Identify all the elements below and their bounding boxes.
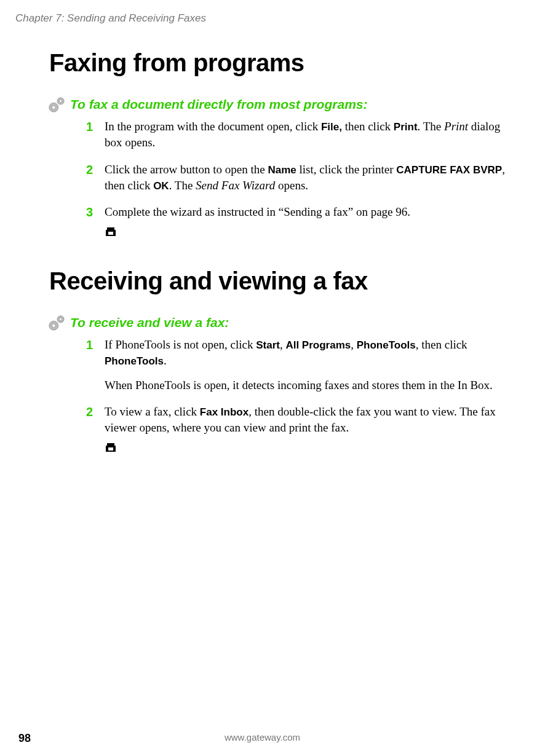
step-number: 2	[86, 404, 93, 420]
end-of-task-icon	[105, 442, 506, 459]
text: Click the arrow button to open the	[105, 163, 268, 176]
text: ,	[280, 338, 286, 351]
step-number: 1	[86, 119, 93, 135]
running-header: Chapter 7: Sending and Receiving Faxes	[15, 12, 506, 25]
text: .	[164, 354, 167, 367]
step-number: 3	[86, 204, 93, 221]
italic-term: Print	[444, 120, 468, 133]
text: , then click	[416, 338, 467, 351]
ui-label: CAPTURE FAX BVRP	[396, 164, 502, 176]
step-number: 2	[86, 162, 93, 178]
section-heading: Receiving and viewing a fax	[49, 267, 506, 295]
step-item: 1 In the program with the document open,…	[86, 119, 506, 151]
text: . The	[169, 179, 196, 192]
ui-label: OK	[153, 180, 169, 192]
italic-term: Send Fax Wizard	[196, 179, 275, 192]
step-text: To view a fax, click Fax Inbox, then dou…	[105, 405, 496, 434]
gears-icon	[46, 313, 68, 332]
text: If PhoneTools is not open, click	[105, 338, 256, 351]
step-text: In the program with the document open, c…	[105, 120, 500, 149]
svg-rect-13	[108, 447, 113, 451]
step-number: 1	[86, 337, 93, 353]
step-list: 1 In the program with the document open,…	[86, 119, 506, 243]
ui-label: File,	[321, 121, 342, 133]
step-list: 1 If PhoneTools is not open, click Start…	[86, 337, 506, 459]
task-block: To fax a document directly from most pro…	[49, 95, 506, 243]
ui-label: All Programs	[285, 339, 351, 351]
svg-rect-5	[107, 227, 114, 230]
svg-point-8	[52, 324, 56, 328]
step-item: 1 If PhoneTools is not open, click Start…	[86, 337, 506, 393]
svg-point-3	[60, 100, 62, 102]
section-heading: Faxing from programs	[49, 49, 506, 77]
ui-label: PhoneTools	[105, 355, 164, 367]
page-number: 98	[18, 732, 31, 745]
ui-label: Start	[256, 339, 280, 351]
end-of-task-icon	[105, 226, 506, 243]
text: list, click the printer	[296, 163, 397, 176]
task-title-row: To receive and view a fax:	[49, 313, 506, 332]
ui-label: Fax Inbox	[200, 406, 249, 418]
text: In the program with the document open, c…	[105, 120, 321, 133]
text: . The	[418, 120, 444, 133]
page-footer: 98 www.gateway.com	[18, 732, 506, 745]
step-followup-text: When PhoneTools is open, it detects inco…	[105, 377, 506, 393]
step-item: 2 Click the arrow button to open the Nam…	[86, 162, 506, 194]
document-page: Chapter 7: Sending and Receiving Faxes F…	[0, 0, 537, 756]
svg-point-1	[52, 106, 56, 109]
text: ,	[351, 338, 357, 351]
task-title-row: To fax a document directly from most pro…	[49, 95, 506, 114]
svg-rect-12	[107, 443, 114, 446]
task-block: To receive and view a fax: 1 If PhoneToo…	[49, 313, 506, 459]
step-text: Complete the wizard as instructed in “Se…	[105, 205, 410, 218]
ui-label: PhoneTools	[357, 339, 416, 351]
page-content: Faxing from programs To fax a document d…	[49, 49, 506, 458]
footer-url: www.gateway.com	[225, 732, 300, 742]
step-item: 2 To view a fax, click Fax Inbox, then d…	[86, 404, 506, 458]
text: opens.	[275, 179, 308, 192]
task-title: To receive and view a fax:	[70, 315, 229, 330]
step-text: If PhoneTools is not open, click Start, …	[105, 338, 467, 367]
text: To view a fax, click	[105, 405, 200, 418]
gears-icon	[46, 95, 68, 114]
ui-label: Name	[268, 164, 296, 176]
ui-label: Print	[394, 121, 418, 133]
svg-rect-6	[108, 232, 113, 235]
task-title: To fax a document directly from most pro…	[70, 97, 367, 112]
step-item: 3 Complete the wizard as instructed in “…	[86, 204, 506, 242]
svg-point-10	[60, 318, 62, 320]
text: then click	[342, 120, 394, 133]
step-text: Click the arrow button to open the Name …	[105, 163, 505, 192]
